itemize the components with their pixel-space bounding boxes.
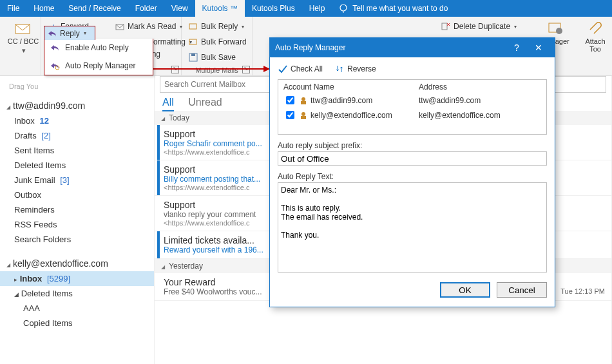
svg-point-13 [556,28,562,34]
lightbulb-icon [338,3,349,14]
folder-pane: Drag You ttw@addin99.com Inbox 12 Drafts… [0,76,155,364]
tell-me-label: Tell me what you want to do [352,4,448,13]
tab-file[interactable]: File [0,0,26,17]
folder-search[interactable]: Search Folders [0,232,154,247]
svg-point-0 [340,5,347,11]
autoreply-textarea[interactable] [278,182,547,273]
dialog-launcher-icon[interactable] [171,66,179,73]
folder-reminders[interactable]: Reminders [0,202,154,217]
dialog-title: Auto Reply Manager [275,43,345,52]
tab-view[interactable]: View [164,0,195,17]
reply-icon [47,28,57,39]
dialog-launcher-icon[interactable] [242,66,250,73]
dialog-close-button[interactable]: ✕ [528,43,550,53]
bulkforward-button[interactable]: Bulk Forward [186,35,248,49]
person-icon [299,96,308,105]
tab-kutoolsplus[interactable]: Kutools Plus [245,0,302,17]
account-2[interactable]: kelly@extendoffice.com [0,256,154,271]
bulkreply-button[interactable]: Bulk Reply▾ [186,19,248,34]
svg-rect-16 [301,101,306,104]
prefix-label: Auto reply subject prefix: [278,141,547,150]
attachtools-label: Attach Too [585,37,605,53]
delete-duplicate-icon [441,21,451,32]
deleteduplicate-button[interactable]: Delete Duplicate▾ [438,19,519,34]
svg-rect-9 [442,23,447,30]
dialog-help-button[interactable]: ? [506,43,528,53]
ok-button[interactable]: OK [440,282,490,298]
filter-all[interactable]: All [162,97,174,111]
reply-label: Reply [60,29,80,38]
accounts-listbox: Account Name Address ttw@addin99.com ttw… [278,79,547,135]
bulksave-button[interactable]: Bulk Save [186,50,248,64]
tell-me[interactable]: Tell me what you want to do [332,0,454,17]
group-multiplemails: Multiple Mails [182,66,252,74]
account-checkbox[interactable] [286,96,294,104]
auto-reply-manager-dialog: Auto Reply Manager ? ✕ Check All Reverse… [269,37,555,307]
ccbcc-button[interactable]: CC / BCC▾ [4,19,43,54]
reply-icon [50,43,60,53]
manager-icon [546,21,564,36]
folder-junk[interactable]: Junk Email [3] [0,173,154,187]
text-label: Auto Reply Text: [278,172,547,181]
tab-kutools[interactable]: Kutools ™ [195,0,245,17]
svg-rect-5 [189,24,196,29]
envelope-open-icon [115,21,125,32]
reply-dropdown: Enable Auto Reply Auto Reply Manager [44,39,153,75]
reply-manager-icon [50,61,60,71]
ribbon-tabs: File Home Send / Receive Folder View Kut… [0,0,612,17]
filter-unread[interactable]: Unread [188,97,222,110]
account-checkbox[interactable] [286,111,294,119]
folder-outbox[interactable]: Outbox [0,187,154,202]
col-account: Account Name [283,82,419,91]
dialog-titlebar[interactable]: Auto Reply Manager ? ✕ [270,38,555,57]
folder-deleted-1[interactable]: Deleted Items [0,158,154,173]
svg-rect-18 [301,116,306,119]
drag-hint: Drag You [0,80,154,98]
account-1[interactable]: ttw@addin99.com [0,98,154,113]
prefix-input[interactable] [278,151,547,166]
bulkreply-icon [188,21,198,32]
folder-inbox-1[interactable]: Inbox 12 [0,113,154,128]
svg-rect-8 [191,53,195,56]
callout-arrow [153,68,269,70]
reverse-button[interactable]: Reverse [334,64,376,74]
folder-deleted-2[interactable]: ◢ Deleted Items [0,286,154,301]
account-row[interactable]: kelly@extendoffice.com kelly@extendoffic… [278,108,546,122]
col-address: Address [419,82,447,91]
folder-aaa[interactable]: AAA [0,301,154,316]
check-all-button[interactable]: Check All [278,64,323,74]
folder-inbox-2[interactable]: ▸ Inbox [5299] [0,271,154,286]
svg-point-17 [301,112,305,116]
svg-point-15 [301,97,305,101]
tab-home[interactable]: Home [26,0,61,17]
tab-folder[interactable]: Folder [128,0,164,17]
bulkforward-icon [188,37,198,47]
bulksave-icon [188,52,198,62]
tab-sendreceive[interactable]: Send / Receive [61,0,128,17]
folder-drafts[interactable]: Drafts [2] [0,128,154,143]
ccbcc-icon [14,21,32,36]
reverse-icon [334,64,345,74]
attachtools-button[interactable]: Attach Too [579,19,612,53]
folder-copied[interactable]: Copied Items [0,316,154,330]
person-icon [299,111,308,120]
account-row[interactable]: ttw@addin99.com ttw@addin99.com [278,93,546,108]
tab-help[interactable]: Help [302,0,332,17]
enable-auto-reply-item[interactable]: Enable Auto Reply [44,39,153,57]
cancel-button[interactable]: Cancel [497,282,547,298]
folder-rss[interactable]: RSS Feeds [0,217,154,232]
reply-split-button[interactable]: Reply▾ [44,26,95,40]
svg-rect-6 [189,39,196,44]
folder-sent[interactable]: Sent Items [0,143,154,158]
paperclip-icon [586,21,604,36]
auto-reply-manager-item[interactable]: Auto Reply Manager [44,57,153,75]
ccbcc-label: CC / BCC [8,37,39,45]
check-icon [278,64,288,74]
